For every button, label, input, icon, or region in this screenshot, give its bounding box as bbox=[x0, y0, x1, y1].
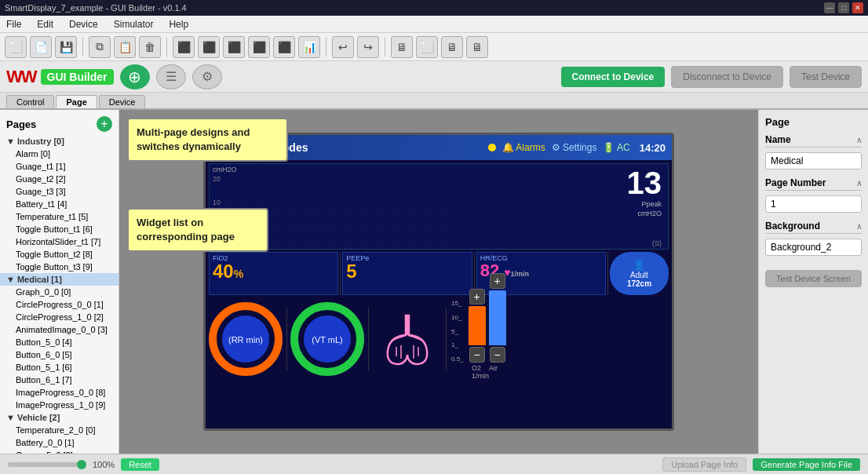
screen-circles-row: (RR min) (VT mL) bbox=[209, 300, 669, 378]
tb-distribute[interactable]: ⬛ bbox=[273, 36, 295, 58]
sidebar-tree-item-0[interactable]: ▼ Industry [0] bbox=[0, 135, 119, 148]
tab-control[interactable]: Control bbox=[6, 95, 54, 108]
tb-save[interactable]: 💾 bbox=[55, 36, 77, 58]
screen-body: cmH2O 20 10 0 (S) bbox=[206, 160, 672, 428]
scale-05: 0.5_ bbox=[451, 356, 464, 363]
sidebar-tree-item-16[interactable]: Button_5_0 [4] bbox=[0, 336, 119, 348]
mode-icon-3[interactable]: ⚙ bbox=[192, 64, 222, 89]
tb-open[interactable]: 📄 bbox=[30, 36, 52, 58]
sidebar-tree-item-23[interactable]: Temperature_2_0 [0] bbox=[0, 424, 119, 436]
adult-icon: 👤 bbox=[633, 260, 645, 271]
sidebar-tree: ▼ Industry [0]Alarm [0]Guage_t1 [1]Guage… bbox=[0, 135, 119, 454]
tab-page[interactable]: Page bbox=[56, 95, 97, 108]
tab-device[interactable]: Device bbox=[99, 95, 146, 108]
sidebar-tree-item-20[interactable]: ImageProgress_0_0 [8] bbox=[0, 386, 119, 399]
sidebar-tree-item-12[interactable]: Graph_0_0 [0] bbox=[0, 286, 119, 298]
window-title: SmartDisplay_7_example - GUI Builder - v… bbox=[5, 3, 187, 13]
disconnect-button[interactable]: Disconnect to Device bbox=[671, 66, 783, 88]
tb-copy[interactable]: ⧉ bbox=[89, 36, 111, 58]
sidebar-tree-item-24[interactable]: Battery_0_0 [1] bbox=[0, 436, 119, 449]
maximize-button[interactable]: □ bbox=[838, 2, 849, 13]
sidebar-tree-item-1[interactable]: Alarm [0] bbox=[0, 148, 119, 160]
menu-file[interactable]: File bbox=[3, 17, 24, 31]
minimize-button[interactable]: — bbox=[824, 2, 835, 13]
tb-new[interactable]: ⬜ bbox=[5, 36, 27, 58]
sidebar-tree-item-19[interactable]: Button_6_1 [7] bbox=[0, 374, 119, 386]
panel-pagenum-chevron[interactable]: ∧ bbox=[856, 179, 862, 188]
screen-number-13: 13 bbox=[627, 166, 662, 200]
test-device-header-button[interactable]: Test Device bbox=[790, 66, 862, 88]
tab-row: Control Page Device bbox=[0, 93, 868, 110]
toolbar: ⬜ 📄 💾 ⧉ 📋 🗑 ⬛ ⬛ ⬛ ⬛ ⬛ 📊 ↩ ↪ 🖥 ⬜ 🖥 🖥 bbox=[0, 33, 868, 61]
toolbar-separator-3 bbox=[326, 38, 326, 57]
tb-screen1[interactable]: 🖥 bbox=[441, 36, 463, 58]
tb-screen2[interactable]: 🖥 bbox=[466, 36, 488, 58]
tb-align-left[interactable]: ⬛ bbox=[173, 36, 195, 58]
sidebar-tree-item-21[interactable]: ImageProgress_1_0 [9] bbox=[0, 399, 119, 411]
tb-preview1[interactable]: 🖥 bbox=[391, 36, 413, 58]
bar-labels: O2 Air bbox=[450, 364, 669, 372]
panel-title: Page bbox=[765, 116, 862, 128]
panel-name-chevron[interactable]: ∧ bbox=[856, 136, 862, 144]
connect-button[interactable]: Connect to Device bbox=[561, 67, 666, 87]
sidebar-tree-item-9[interactable]: Toggle Button_t2 [8] bbox=[0, 248, 119, 261]
header-row: WW GUI Builder ⊕ ☰ ⚙ Connect to Device D… bbox=[0, 61, 868, 93]
sidebar-tree-item-10[interactable]: Toggle Button_t3 [9] bbox=[0, 261, 119, 273]
menu-device[interactable]: Device bbox=[66, 17, 101, 31]
canvas-area: Multi-page designs andswitches dynamical… bbox=[119, 110, 758, 454]
sidebar-tree-item-18[interactable]: Button_5_1 [6] bbox=[0, 361, 119, 374]
panel-bg-chevron[interactable]: ∧ bbox=[856, 222, 862, 231]
tb-align-right[interactable]: ⬛ bbox=[223, 36, 245, 58]
sidebar-tree-item-8[interactable]: HorizontalSlider_t1 [7] bbox=[0, 235, 119, 248]
panel-bg-header: Background ∧ bbox=[765, 221, 862, 234]
sidebar-tree-item-25[interactable]: Guage_5_0 [2] bbox=[0, 449, 119, 454]
sidebar-tree-item-17[interactable]: Button_6_0 [5] bbox=[0, 348, 119, 361]
mode-icon-2[interactable]: ☰ bbox=[156, 64, 186, 89]
screen-status-dot bbox=[488, 144, 496, 151]
tb-paste[interactable]: 📋 bbox=[114, 36, 136, 58]
tb-delete[interactable]: 🗑 bbox=[139, 36, 161, 58]
tb-redo[interactable]: ↪ bbox=[357, 36, 379, 58]
menu-simulator[interactable]: Simulator bbox=[111, 17, 157, 31]
panel-name-value: Medical bbox=[765, 152, 862, 170]
metric-adult: 👤 Adult 172cm bbox=[610, 252, 669, 295]
sidebar-tree-item-13[interactable]: CircleProgress_0_0 [1] bbox=[0, 298, 119, 311]
tb-chart[interactable]: 📊 bbox=[298, 36, 320, 58]
zoom-slider-thumb bbox=[77, 460, 86, 469]
air-minus-btn[interactable]: − bbox=[490, 347, 505, 363]
o2-minus-btn[interactable]: − bbox=[469, 347, 485, 363]
sidebar-tree-item-22[interactable]: ▼ Vehicle [2] bbox=[0, 411, 119, 424]
sidebar-tree-item-11[interactable]: ▼ Medical [1] bbox=[0, 273, 119, 286]
logo-ww: WW bbox=[6, 67, 36, 87]
menu-help[interactable]: Help bbox=[166, 17, 191, 31]
close-button[interactable]: ✕ bbox=[852, 2, 863, 13]
bar-divider bbox=[446, 308, 447, 370]
bar-unit-label: 1/min bbox=[450, 372, 669, 380]
sidebar-tree-item-2[interactable]: Guage_t1 [1] bbox=[0, 160, 119, 173]
reset-button[interactable]: Reset bbox=[121, 458, 159, 471]
tb-preview2[interactable]: ⬜ bbox=[416, 36, 438, 58]
menu-edit[interactable]: Edit bbox=[34, 17, 57, 31]
zoom-slider[interactable] bbox=[8, 462, 86, 467]
sidebar-tree-item-3[interactable]: Guage_t2 [2] bbox=[0, 173, 119, 185]
o2-bar-group: + − bbox=[469, 289, 486, 363]
sidebar-tree-item-14[interactable]: CircleProgress_1_0 [2] bbox=[0, 311, 119, 323]
sidebar-tree-item-7[interactable]: Toggle Button_t1 [6] bbox=[0, 223, 119, 235]
generate-button[interactable]: Generate Page Info File bbox=[753, 458, 860, 471]
toolbar-separator-2 bbox=[166, 38, 167, 57]
right-panel: Page Name ∧ Medical Page Number ∧ 1 Back… bbox=[758, 110, 868, 454]
sidebar-tree-item-5[interactable]: Battery_t1 [4] bbox=[0, 198, 119, 210]
sidebar-tree-item-4[interactable]: Guage_t3 [3] bbox=[0, 185, 119, 198]
air-plus-btn[interactable]: + bbox=[490, 273, 505, 289]
tb-undo[interactable]: ↩ bbox=[332, 36, 354, 58]
o2-plus-btn[interactable]: + bbox=[469, 289, 485, 304]
add-page-button[interactable]: + bbox=[97, 116, 112, 132]
upload-button[interactable]: Upload Page Info bbox=[662, 458, 746, 472]
sidebar: Pages + ▼ Industry [0]Alarm [0]Guage_t1 … bbox=[0, 110, 119, 454]
tb-align-top[interactable]: ⬛ bbox=[248, 36, 270, 58]
sidebar-tree-item-15[interactable]: AnimatedImage_0_0 [3] bbox=[0, 323, 119, 336]
sidebar-tree-item-6[interactable]: Temperature_t1 [5] bbox=[0, 210, 119, 223]
mode-icon-1[interactable]: ⊕ bbox=[120, 64, 150, 89]
test-device-screen-button[interactable]: Test Device Screen bbox=[765, 270, 862, 287]
tb-align-center[interactable]: ⬛ bbox=[198, 36, 220, 58]
